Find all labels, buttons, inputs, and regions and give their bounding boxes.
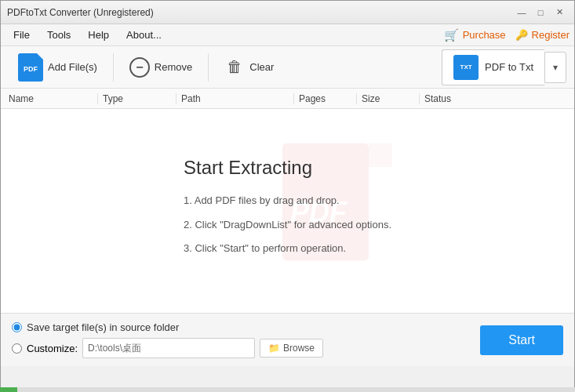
customize-label: Customize: <box>27 343 78 354</box>
purchase-label: Purchase <box>463 29 506 41</box>
menu-file[interactable]: File <box>5 26 38 44</box>
main-title: Start Extracting <box>184 157 391 179</box>
start-button[interactable]: Start <box>480 325 563 355</box>
output-format-button[interactable]: TXT PDF to Txt <box>442 49 544 85</box>
toolbar: PDF Add File(s) − Remove 🗑 Clear TXT PDF… <box>1 46 574 89</box>
remove-label: Remove <box>155 61 192 73</box>
separator-1 <box>113 53 114 82</box>
clear-button[interactable]: 🗑 Clear <box>215 52 283 83</box>
table-header: Name Type Path Pages Size Status <box>1 89 574 109</box>
register-action[interactable]: 🔑 Register <box>515 29 570 41</box>
browse-button[interactable]: 📁 Browse <box>260 339 323 358</box>
save-source-row: Save target file(s) in source folder <box>12 321 323 333</box>
col-name: Name <box>4 93 98 104</box>
instruction-2: 2. Click "DragDownList" for advanced opt… <box>184 217 391 234</box>
save-source-radio[interactable] <box>12 322 22 332</box>
col-size: Size <box>357 93 420 104</box>
separator-2 <box>208 53 209 82</box>
remove-button[interactable]: − Remove <box>120 53 202 82</box>
menu-left: File Tools Help About... <box>5 26 169 44</box>
circle-minus-icon: − <box>129 57 150 78</box>
trash-icon-wrapper: 🗑 <box>224 56 245 78</box>
title-bar: PDFtoTxt Converter (Unregistered) — □ ✕ <box>1 1 574 24</box>
toolbar-right: TXT PDF to Txt ▾ <box>442 49 566 85</box>
purchase-action[interactable]: 🛒 Purchase <box>444 28 506 42</box>
bottom-section: Save target file(s) in source folder Cus… <box>1 313 574 366</box>
close-button[interactable]: ✕ <box>551 5 568 20</box>
menu-bar: File Tools Help About... 🛒 Purchase 🔑 Re… <box>1 24 574 46</box>
key-icon: 🔑 <box>515 29 528 41</box>
customize-radio[interactable] <box>12 343 22 354</box>
progress-bar <box>0 387 17 392</box>
instruction-3: 3. Click "Start" to perform operation. <box>184 241 391 257</box>
clear-label: Clear <box>249 61 274 73</box>
minimize-button[interactable]: — <box>513 5 530 20</box>
trash-icon: 🗑 <box>227 58 242 76</box>
title-controls: — □ ✕ <box>513 5 568 20</box>
maximize-button[interactable]: □ <box>532 5 549 20</box>
instruction-1: 1. Add PDF files by drag and drop. <box>184 193 391 209</box>
path-input[interactable] <box>82 338 255 358</box>
main-content: PDF Start Extracting 1. Add PDF files by… <box>1 109 574 313</box>
output-format-label: PDF to Txt <box>485 61 533 73</box>
pdf-to-txt-icon: TXT <box>453 55 479 80</box>
add-files-label: Add File(s) <box>48 61 97 73</box>
register-label: Register <box>532 29 570 41</box>
pdf-add-icon: PDF <box>18 53 43 82</box>
col-status: Status <box>420 93 571 104</box>
menu-help[interactable]: Help <box>80 26 117 44</box>
content-text: Start Extracting 1. Add PDF files by dra… <box>168 141 407 281</box>
output-dropdown-button[interactable]: ▾ <box>544 52 566 83</box>
col-path: Path <box>177 93 294 104</box>
menu-about[interactable]: About... <box>118 26 169 44</box>
progress-bar-container <box>0 387 575 392</box>
menu-right: 🛒 Purchase 🔑 Register <box>444 28 570 42</box>
bottom-left: Save target file(s) in source folder Cus… <box>12 321 323 358</box>
col-pages: Pages <box>294 93 357 104</box>
folder-icon: 📁 <box>268 343 280 354</box>
cart-icon: 🛒 <box>444 28 459 42</box>
browse-label: Browse <box>283 343 315 354</box>
col-type: Type <box>98 93 177 104</box>
save-source-label: Save target file(s) in source folder <box>27 321 179 333</box>
dropdown-arrow-icon: ▾ <box>553 62 558 73</box>
toolbar-left: PDF Add File(s) − Remove 🗑 Clear <box>9 49 283 86</box>
add-files-button[interactable]: PDF Add File(s) <box>9 49 107 86</box>
menu-tools[interactable]: Tools <box>39 26 78 44</box>
window-title: PDFtoTxt Converter (Unregistered) <box>7 7 154 18</box>
customize-row: Customize: 📁 Browse <box>12 338 323 358</box>
